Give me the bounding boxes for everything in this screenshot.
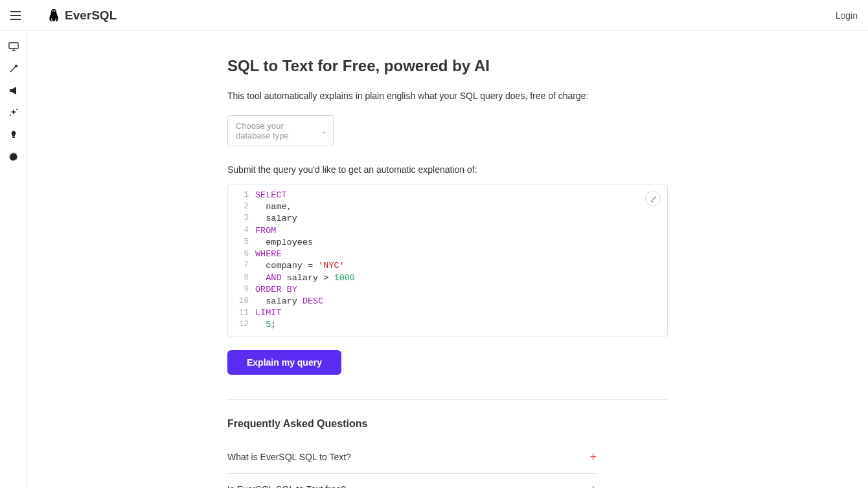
faq-question: Is EverSQL SQL to Text free? (227, 484, 346, 488)
svg-point-5 (16, 109, 17, 110)
line-content[interactable]: employees (255, 237, 667, 249)
sidebar-sparkle-icon[interactable] (8, 107, 19, 118)
code-line: 12 5; (228, 319, 667, 331)
line-content[interactable]: WHERE (255, 249, 667, 260)
sql-editor[interactable]: 1SELECT2 name,3 salary4FROM5 employees6W… (227, 184, 668, 337)
line-content[interactable]: LIMIT (255, 307, 667, 319)
line-content[interactable]: ORDER BY (255, 284, 667, 296)
line-number: 10 (228, 296, 255, 307)
svg-line-3 (10, 67, 16, 72)
line-content[interactable]: salary DESC (255, 296, 667, 307)
line-number: 3 (228, 213, 255, 225)
db-select-placeholder: Choose your database type (236, 121, 315, 140)
hamburger-menu-icon[interactable] (10, 11, 21, 20)
line-number: 11 (228, 307, 255, 319)
faq-list: What is EverSQL SQL to Text?+Is EverSQL … (227, 441, 668, 488)
login-link[interactable]: Login (836, 10, 858, 21)
line-content[interactable]: company = 'NYC' (255, 260, 667, 272)
section-divider (227, 399, 668, 400)
line-number: 9 (228, 284, 255, 296)
faq-item[interactable]: What is EverSQL SQL to Text?+ (227, 441, 597, 474)
code-line: 1SELECT (228, 190, 667, 201)
page-title: SQL to Text for Free, powered by AI (227, 57, 668, 75)
explain-query-button[interactable]: Explain my query (227, 350, 341, 375)
line-content[interactable]: AND salary > 1000 (255, 272, 667, 284)
line-content[interactable]: 5; (255, 319, 667, 331)
line-number: 2 (228, 201, 255, 213)
submit-query-label: Submit the query you'd like to get an au… (227, 164, 668, 175)
line-content[interactable]: SELECT (255, 190, 667, 201)
code-line: 8 AND salary > 1000 (228, 272, 667, 284)
sidebar-monitor-icon[interactable] (8, 41, 19, 52)
line-content[interactable]: salary (255, 213, 667, 225)
brand-logo[interactable]: EverSQL (48, 8, 117, 23)
line-number: 1 (228, 190, 255, 201)
code-line: 7 company = 'NYC' (228, 260, 667, 272)
format-brush-button[interactable] (645, 191, 661, 206)
code-line: 6WHERE (228, 249, 667, 260)
line-number: 4 (228, 225, 255, 237)
main-content: SQL to Text for Free, powered by AI This… (27, 31, 868, 488)
faq-section-title: Frequently Asked Questions (227, 418, 668, 430)
expand-plus-icon: + (589, 483, 597, 488)
sidebar-megaphone-icon[interactable] (8, 85, 19, 96)
line-number: 12 (228, 319, 255, 331)
svg-point-6 (10, 115, 11, 116)
faq-question: What is EverSQL SQL to Text? (227, 452, 351, 462)
svg-rect-0 (9, 43, 18, 49)
code-line: 10 salary DESC (228, 296, 667, 307)
code-line: 3 salary (228, 213, 667, 225)
line-number: 8 (228, 272, 255, 284)
top-header: EverSQL Login (0, 0, 868, 31)
brush-icon (649, 195, 657, 203)
sidebar-bulb-icon[interactable] (8, 129, 19, 140)
expand-plus-icon: + (589, 450, 597, 464)
line-number: 6 (228, 249, 255, 260)
code-line: 2 name, (228, 201, 667, 213)
brand-name: EverSQL (65, 8, 117, 23)
line-content[interactable]: FROM (255, 225, 667, 237)
line-number: 5 (228, 237, 255, 249)
faq-item[interactable]: Is EverSQL SQL to Text free?+ (227, 474, 597, 488)
code-line: 9ORDER BY (228, 284, 667, 296)
page-description: This tool automatically explains in plai… (227, 91, 668, 101)
database-type-select[interactable]: Choose your database type ⌄ (227, 115, 334, 146)
chevron-down-icon: ⌄ (321, 128, 326, 135)
sidebar (0, 31, 27, 488)
code-line: 4FROM (228, 225, 667, 237)
line-content[interactable]: name, (255, 201, 667, 213)
code-line: 11LIMIT (228, 307, 667, 319)
code-line: 5 employees (228, 237, 667, 249)
sidebar-wand-icon[interactable] (8, 63, 19, 74)
svg-point-4 (15, 65, 17, 67)
line-number: 7 (228, 260, 255, 272)
penguin-icon (48, 8, 60, 23)
sidebar-help-icon[interactable] (8, 151, 19, 162)
